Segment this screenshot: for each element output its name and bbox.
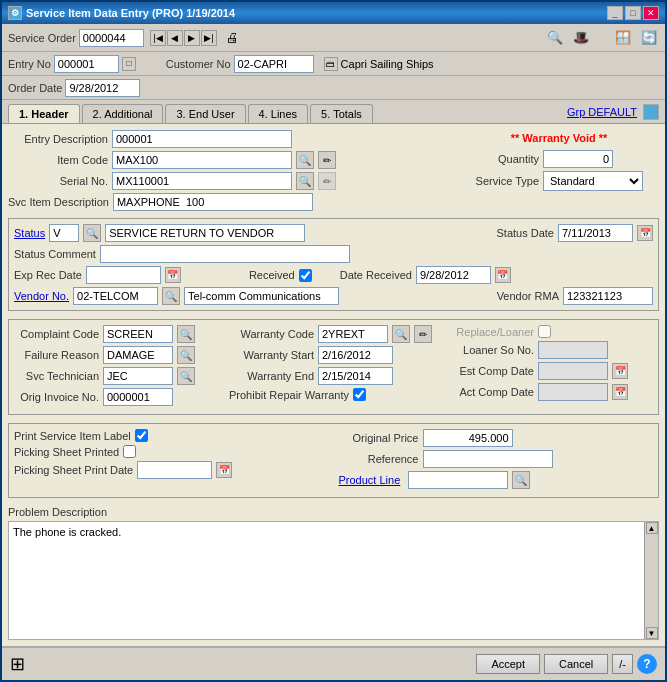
nav-prev-button[interactable]: ◀ — [167, 30, 183, 46]
nav-last-button[interactable]: ▶| — [201, 30, 217, 46]
status-link[interactable]: Status — [14, 227, 45, 239]
warranty-start-input[interactable] — [318, 346, 393, 364]
picking-printed-checkbox[interactable] — [123, 445, 136, 458]
vendor-no-input[interactable] — [73, 287, 158, 305]
original-price-input[interactable] — [423, 429, 513, 447]
warranty-code-search[interactable]: 🔍 — [392, 325, 410, 343]
date-received-cal[interactable]: 📅 — [495, 267, 511, 283]
status-date-input[interactable] — [558, 224, 633, 242]
received-checkbox[interactable] — [299, 269, 312, 282]
vendor-search[interactable]: 🔍 — [162, 287, 180, 305]
dash-button[interactable]: /- — [612, 654, 633, 674]
item-code-search[interactable]: 🔍 — [296, 151, 314, 169]
warranty-end-input[interactable] — [318, 367, 393, 385]
entry-desc-row: Entry Description — [8, 130, 451, 148]
cancel-button[interactable]: Cancel — [544, 654, 608, 674]
tab-totals[interactable]: 5. Totals — [310, 104, 373, 123]
status-comment-input[interactable] — [100, 245, 350, 263]
warranty-code-input[interactable] — [318, 325, 388, 343]
windows-icon[interactable]: ⊞ — [10, 653, 25, 675]
help-icon[interactable]: ? — [637, 654, 657, 674]
failure-reason-input[interactable] — [103, 346, 173, 364]
customer-no-input[interactable] — [234, 55, 314, 73]
quantity-input[interactable] — [543, 150, 613, 168]
original-price-label: Original Price — [339, 432, 419, 444]
restore-button[interactable]: □ — [625, 6, 641, 20]
problem-desc-textarea[interactable]: The phone is cracked. — [13, 526, 638, 635]
prohibit-checkbox[interactable] — [353, 388, 366, 401]
grp-default-link[interactable]: Grp DEFAULT — [567, 106, 637, 118]
replace-loaner-label: Replace/Loaner — [444, 326, 534, 338]
tab-enduser[interactable]: 3. End User — [165, 104, 245, 123]
status-input[interactable] — [49, 224, 79, 242]
service-order-input[interactable] — [79, 29, 144, 47]
service-type-select[interactable]: Standard Express Premium — [543, 171, 643, 191]
tab-lines[interactable]: 4. Lines — [248, 104, 309, 123]
status-date-cal[interactable]: 📅 — [637, 225, 653, 241]
picking-date-input[interactable] — [137, 461, 212, 479]
vendor-rma-input[interactable] — [563, 287, 653, 305]
bottom-fields-section: Print Service Item Label Picking Sheet P… — [8, 423, 659, 498]
accept-button[interactable]: Accept — [476, 654, 540, 674]
serial-no-search[interactable]: 🔍 — [296, 172, 314, 190]
print-label-checkbox[interactable] — [135, 429, 148, 442]
complaint-code-row: Complaint Code 🔍 — [14, 325, 223, 343]
date-received-input[interactable] — [416, 266, 491, 284]
serial-no-edit[interactable]: ✏ — [318, 172, 336, 190]
status-desc-input[interactable] — [105, 224, 305, 242]
reference-input[interactable] — [423, 450, 553, 468]
close-button[interactable]: ✕ — [643, 6, 659, 20]
entry-no-input[interactable] — [54, 55, 119, 73]
picking-date-cal[interactable]: 📅 — [216, 462, 232, 478]
serial-no-input[interactable] — [112, 172, 292, 190]
est-comp-cal[interactable]: 📅 — [612, 363, 628, 379]
exp-rec-cal[interactable]: 📅 — [165, 267, 181, 283]
nav-next-button[interactable]: ▶ — [184, 30, 200, 46]
replace-loaner-checkbox[interactable] — [538, 325, 551, 338]
customer-name: Capri Sailing Ships — [341, 58, 434, 70]
lookup-icon[interactable]: 🔍 — [545, 28, 565, 48]
complaint-search[interactable]: 🔍 — [177, 325, 195, 343]
act-comp-input[interactable] — [538, 383, 608, 401]
act-comp-cal[interactable]: 📅 — [612, 384, 628, 400]
customer-icon[interactable]: 🗃 — [324, 57, 338, 71]
nav-first-button[interactable]: |◀ — [150, 30, 166, 46]
warranty-code-edit[interactable]: ✏ — [414, 325, 432, 343]
orig-invoice-input[interactable] — [103, 388, 173, 406]
product-line-input[interactable] — [408, 471, 508, 489]
scroll-down[interactable]: ▼ — [646, 627, 658, 639]
scroll-up[interactable]: ▲ — [646, 522, 658, 534]
print-icon[interactable]: 🖨 — [223, 28, 243, 48]
placeholder-icon — [597, 28, 607, 48]
svc-tech-input[interactable] — [103, 367, 173, 385]
entry-desc-input[interactable] — [112, 130, 292, 148]
order-date-input[interactable] — [65, 79, 140, 97]
entry-no-browse[interactable]: □ — [122, 57, 136, 71]
svc-item-desc-input[interactable] — [113, 193, 313, 211]
svc-tech-search[interactable]: 🔍 — [177, 367, 195, 385]
vendor-no-link[interactable]: Vendor No. — [14, 290, 69, 302]
expand-icon[interactable] — [643, 104, 659, 120]
refresh-icon[interactable]: 🔄 — [639, 28, 659, 48]
received-label: Received — [249, 269, 295, 281]
received-group: Received — [249, 266, 312, 284]
failure-search[interactable]: 🔍 — [177, 346, 195, 364]
window-icon[interactable]: 🪟 — [613, 28, 633, 48]
loaner-so-input[interactable] — [538, 341, 608, 359]
complaint-code-input[interactable] — [103, 325, 173, 343]
item-code-input[interactable] — [112, 151, 292, 169]
toolbar-row1: Service Order |◀ ◀ ▶ ▶| 🖨 🔍 🎩 🪟 🔄 — [2, 24, 665, 52]
hat-icon[interactable]: 🎩 — [571, 28, 591, 48]
status-search[interactable]: 🔍 — [83, 224, 101, 242]
product-line-link[interactable]: Product Line — [339, 474, 401, 486]
product-line-search[interactable]: 🔍 — [512, 471, 530, 489]
tab-header[interactable]: 1. Header — [8, 104, 80, 123]
vendor-name-input[interactable] — [184, 287, 339, 305]
exp-rec-input[interactable] — [86, 266, 161, 284]
tab-additional[interactable]: 2. Additional — [82, 104, 164, 123]
footer-left: ⊞ — [10, 653, 25, 675]
minimize-button[interactable]: _ — [607, 6, 623, 20]
item-code-edit[interactable]: ✏ — [318, 151, 336, 169]
est-comp-input[interactable] — [538, 362, 608, 380]
item-code-label: Item Code — [8, 154, 108, 166]
